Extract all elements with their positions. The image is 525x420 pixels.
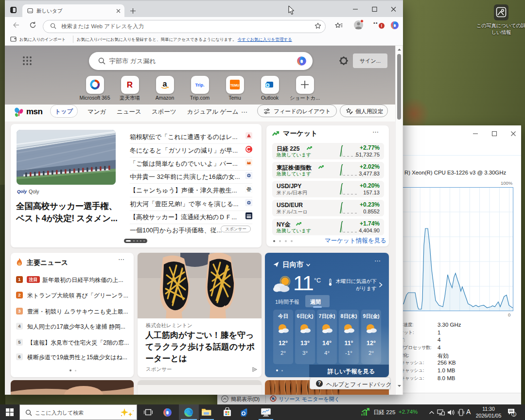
svg-text:1: 1 — [513, 412, 515, 417]
svg-text:R: R — [127, 80, 133, 89]
svg-text:a: a — [163, 80, 167, 88]
svg-text:Trip.: Trip. — [195, 83, 204, 88]
svg-text:TEMU: TEMU — [230, 84, 240, 87]
svg-text:DIG: DIG — [247, 190, 250, 192]
